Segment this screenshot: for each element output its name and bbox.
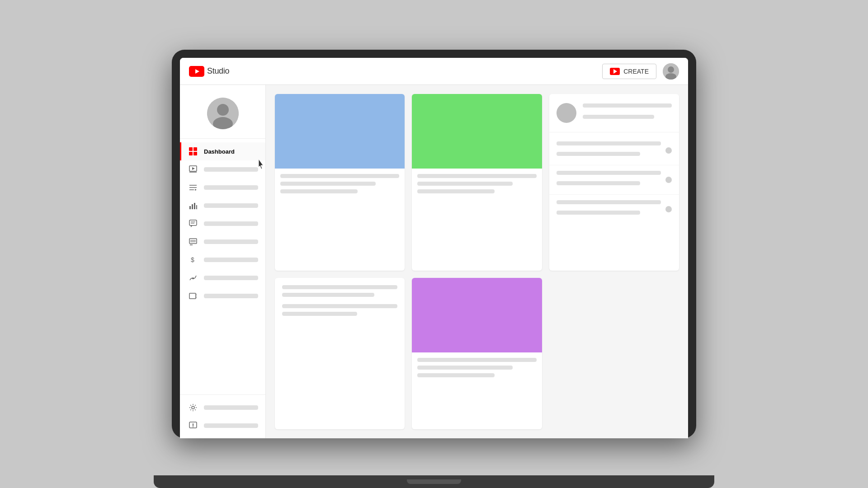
svg-point-32 bbox=[192, 277, 194, 279]
card4-thumbnail bbox=[412, 278, 542, 352]
list-row-text-1 bbox=[557, 141, 661, 160]
svg-text:$: $ bbox=[191, 256, 194, 263]
list3-line1 bbox=[557, 200, 661, 204]
playlists-skeleton bbox=[204, 185, 258, 190]
video-card-2[interactable] bbox=[412, 94, 542, 271]
svg-rect-9 bbox=[193, 147, 197, 151]
settings-skeleton bbox=[204, 405, 258, 410]
header-left: Studio bbox=[189, 66, 229, 77]
svg-point-40 bbox=[193, 427, 193, 427]
channel-top bbox=[549, 94, 679, 132]
sidebar-item-analytics[interactable] bbox=[180, 197, 265, 215]
svg-rect-8 bbox=[189, 147, 193, 151]
svg-point-3 bbox=[668, 66, 674, 73]
sidebar-item-feedback[interactable] bbox=[180, 417, 265, 435]
laptop-base bbox=[154, 475, 714, 488]
header: Studio CREATE bbox=[180, 58, 688, 85]
comments-icon bbox=[189, 219, 198, 228]
card4-title-skeleton bbox=[417, 358, 536, 362]
sidebar-item-playlists[interactable] bbox=[180, 178, 265, 197]
header-right: CREATE bbox=[602, 63, 679, 80]
content-icon bbox=[189, 165, 198, 174]
list2-line2 bbox=[557, 181, 640, 185]
list-item-1[interactable] bbox=[549, 136, 679, 165]
customization-icon bbox=[189, 273, 198, 282]
svg-rect-19 bbox=[189, 206, 191, 209]
svg-rect-22 bbox=[196, 205, 197, 209]
card2-subtitle-skeleton bbox=[417, 182, 513, 186]
card4-subtitle-skeleton bbox=[417, 366, 513, 370]
feedback-icon bbox=[189, 421, 198, 430]
earn-skeleton bbox=[204, 258, 258, 262]
feedback-skeleton bbox=[204, 423, 258, 428]
avatar-icon bbox=[663, 63, 679, 80]
youtube-icon bbox=[189, 66, 204, 77]
sidebar-item-customization[interactable] bbox=[180, 269, 265, 287]
text-card-line3 bbox=[282, 304, 397, 308]
laptop-base-notch bbox=[407, 479, 461, 484]
audio-skeleton bbox=[204, 294, 258, 298]
create-label: CREATE bbox=[623, 68, 649, 75]
sidebar: Dashboard bbox=[180, 85, 266, 438]
sidebar-item-comments[interactable] bbox=[180, 215, 265, 233]
comments-skeleton bbox=[204, 221, 258, 226]
content-skeleton bbox=[204, 167, 258, 172]
card2-title-skeleton bbox=[417, 174, 536, 178]
sidebar-item-content[interactable] bbox=[180, 160, 265, 178]
list-indicator-2 bbox=[665, 177, 672, 183]
svg-rect-11 bbox=[193, 152, 197, 155]
analytics-icon bbox=[189, 201, 198, 210]
sidebar-item-subtitles[interactable] bbox=[180, 233, 265, 251]
sidebar-item-settings[interactable] bbox=[180, 399, 265, 417]
svg-marker-14 bbox=[192, 167, 195, 170]
settings-icon bbox=[189, 403, 198, 412]
channel-mini-avatar bbox=[557, 103, 576, 123]
text-card-line1 bbox=[282, 285, 397, 289]
sidebar-channel-avatar[interactable] bbox=[207, 98, 239, 129]
video-card-4[interactable] bbox=[412, 278, 542, 430]
svg-point-37 bbox=[192, 406, 194, 409]
subtitles-skeleton bbox=[204, 239, 258, 244]
list2-line1 bbox=[557, 171, 661, 175]
sidebar-item-audio[interactable] bbox=[180, 287, 265, 305]
analytics-skeleton bbox=[204, 203, 258, 208]
channel-mini-text bbox=[583, 103, 672, 122]
sidebar-item-dashboard[interactable]: Dashboard bbox=[180, 142, 265, 160]
card2-thumbnail bbox=[412, 94, 542, 169]
audio-icon bbox=[189, 291, 198, 300]
card4-meta-skeleton bbox=[417, 373, 495, 377]
dashboard-label: Dashboard bbox=[204, 148, 235, 155]
list3-line2 bbox=[557, 211, 640, 215]
card1-title-skeleton bbox=[280, 174, 399, 178]
earn-icon: $ bbox=[189, 255, 198, 264]
svg-rect-20 bbox=[192, 204, 193, 209]
card1-subtitle-skeleton bbox=[280, 182, 376, 186]
svg-rect-10 bbox=[189, 152, 193, 155]
create-video-icon bbox=[610, 68, 620, 75]
cursor-pointer bbox=[257, 159, 266, 172]
text-card-line2 bbox=[282, 293, 374, 297]
channel-info-card bbox=[549, 94, 679, 271]
sidebar-item-earn[interactable]: $ bbox=[180, 251, 265, 269]
list-row-text-3 bbox=[557, 200, 661, 218]
card1-meta-skeleton bbox=[280, 189, 358, 193]
list-item-3[interactable] bbox=[549, 195, 679, 224]
svg-marker-18 bbox=[195, 189, 197, 191]
list-indicator-1 bbox=[665, 147, 672, 154]
channel-sub-skeleton bbox=[583, 115, 654, 119]
channel-name-skeleton bbox=[583, 103, 672, 108]
svg-point-6 bbox=[217, 104, 229, 116]
main-content bbox=[266, 85, 688, 438]
youtube-studio-logo[interactable]: Studio bbox=[189, 66, 229, 77]
video-card-1[interactable] bbox=[275, 94, 405, 271]
subtitles-icon bbox=[189, 237, 198, 246]
user-avatar[interactable] bbox=[663, 63, 679, 80]
playlists-icon bbox=[189, 183, 198, 192]
create-button[interactable]: CREATE bbox=[602, 64, 656, 79]
list1-line2 bbox=[557, 152, 640, 156]
list-item-2[interactable] bbox=[549, 165, 679, 195]
sidebar-avatar-icon bbox=[207, 98, 239, 129]
channel-list bbox=[549, 132, 679, 271]
card1-body bbox=[275, 169, 405, 202]
card2-meta-skeleton bbox=[417, 189, 495, 193]
